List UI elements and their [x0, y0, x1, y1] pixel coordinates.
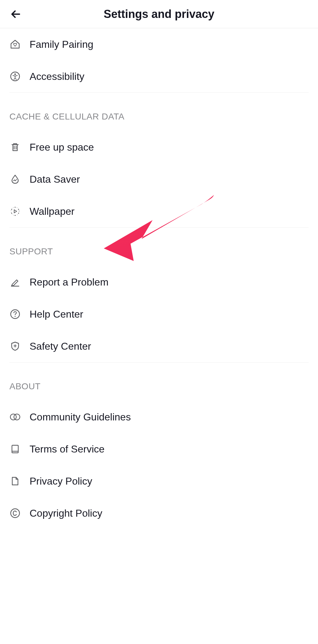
section-support: SUPPORT Report a Problem Help Center S — [0, 228, 318, 362]
row-label: Community Guidelines — [30, 411, 131, 423]
section-about: ABOUT Community Guidelines Terms of Serv… — [0, 363, 318, 529]
row-copyright-policy[interactable]: Copyright Policy — [9, 497, 309, 529]
copyright-icon — [9, 508, 21, 519]
shield-plus-icon — [9, 341, 21, 352]
back-button[interactable] — [9, 7, 23, 21]
question-circle-icon — [9, 308, 21, 320]
svg-point-4 — [18, 209, 19, 210]
svg-point-10 — [14, 316, 15, 317]
row-accessibility[interactable]: Accessibility — [9, 60, 309, 92]
row-label: Copyright Policy — [30, 508, 102, 519]
svg-point-12 — [14, 414, 20, 420]
svg-rect-13 — [12, 445, 18, 453]
section-top: Family Pairing Accessibility — [0, 28, 318, 92]
row-data-saver[interactable]: Data Saver — [9, 163, 309, 195]
book-icon — [9, 443, 21, 455]
row-privacy-policy[interactable]: Privacy Policy — [9, 465, 309, 497]
accessibility-icon — [9, 71, 21, 82]
svg-point-7 — [11, 213, 12, 214]
svg-point-14 — [11, 509, 20, 518]
row-label: Report a Problem — [30, 276, 109, 288]
row-wallpaper[interactable]: Wallpaper — [9, 195, 309, 227]
svg-point-8 — [11, 209, 12, 210]
row-free-up-space[interactable]: Free up space — [9, 131, 309, 163]
row-terms-of-service[interactable]: Terms of Service — [9, 433, 309, 465]
row-label: Family Pairing — [30, 39, 93, 50]
row-community-guidelines[interactable]: Community Guidelines — [9, 401, 309, 433]
row-help-center[interactable]: Help Center — [9, 298, 309, 330]
trash-icon — [9, 142, 21, 153]
svg-point-5 — [18, 213, 19, 214]
header: Settings and privacy — [0, 0, 318, 28]
row-label: Free up space — [30, 142, 94, 153]
pencil-icon — [9, 276, 21, 288]
row-label: Terms of Service — [30, 443, 104, 455]
water-drop-icon — [9, 174, 21, 185]
row-report-problem[interactable]: Report a Problem — [9, 266, 309, 298]
row-label: Accessibility — [30, 71, 84, 82]
arrow-left-icon — [9, 8, 22, 20]
row-label: Help Center — [30, 308, 83, 320]
svg-point-1 — [14, 74, 16, 75]
svg-point-11 — [10, 414, 16, 420]
section-header-cache: CACHE & CELLULAR DATA — [9, 93, 309, 131]
circles-overlap-icon — [9, 411, 21, 423]
home-heart-icon — [9, 39, 21, 50]
row-family-pairing[interactable]: Family Pairing — [9, 28, 309, 60]
row-label: Data Saver — [30, 174, 80, 185]
page-title: Settings and privacy — [0, 8, 318, 21]
dots-play-icon — [9, 206, 21, 217]
svg-point-2 — [11, 207, 19, 215]
row-label: Safety Center — [30, 341, 91, 352]
section-header-about: ABOUT — [9, 363, 309, 401]
row-label: Wallpaper — [30, 206, 75, 217]
row-safety-center[interactable]: Safety Center — [9, 330, 309, 362]
row-label: Privacy Policy — [30, 475, 92, 487]
svg-point-6 — [15, 215, 16, 216]
section-cache: CACHE & CELLULAR DATA Free up space Data… — [0, 93, 318, 227]
svg-point-3 — [15, 207, 16, 208]
file-icon — [9, 475, 21, 487]
section-header-support: SUPPORT — [9, 228, 309, 266]
